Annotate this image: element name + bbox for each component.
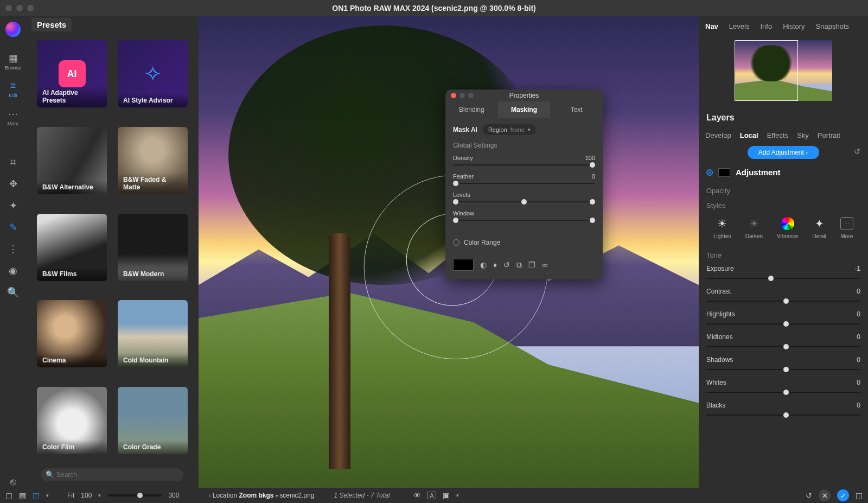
preset-bw-films[interactable]: B&W Films xyxy=(37,214,107,281)
tab-blending[interactable]: Blending xyxy=(445,101,498,118)
close-icon[interactable] xyxy=(451,93,456,98)
link-icon[interactable]: ∞ xyxy=(542,260,547,269)
chevron-down-icon[interactable]: ▾ xyxy=(46,493,49,498)
camera-icon[interactable]: ▣ xyxy=(443,491,450,500)
crop-tool[interactable]: ⌗ xyxy=(3,157,23,168)
levels-slider[interactable] xyxy=(453,198,595,206)
edit-mode-button[interactable]: ≡ Edit xyxy=(3,80,23,98)
panel-window-controls[interactable] xyxy=(451,93,474,98)
undo-icon[interactable]: ↺ xyxy=(503,260,510,269)
preset-ai-style[interactable]: ✧ AI Style Advisor xyxy=(118,40,188,107)
zoom-tool[interactable]: 🔍 xyxy=(3,286,23,298)
highlights-slider[interactable]: Highlights0 xyxy=(699,307,868,330)
brush-tool[interactable]: ✎ xyxy=(3,221,23,233)
preset-cinema[interactable]: Cinema xyxy=(37,300,107,367)
browse-mode-button[interactable]: ▦ Browse xyxy=(3,52,23,71)
adjustment-mask-swatch[interactable] xyxy=(718,168,730,177)
share-tool[interactable]: ⎋ xyxy=(3,476,23,488)
undo-footer-icon[interactable]: ↺ xyxy=(806,491,812,500)
minimize-icon[interactable] xyxy=(16,5,23,11)
magic-tool[interactable]: ✦ xyxy=(3,200,23,212)
preset-search-input[interactable] xyxy=(41,468,183,481)
navigator-thumbnail[interactable] xyxy=(735,40,832,101)
canvas-viewport[interactable]: + Properties Blending Masking Text Mask … xyxy=(199,16,699,488)
preset-color-grade[interactable]: Color Grade xyxy=(118,387,188,454)
copy-icon[interactable]: ⧉ xyxy=(516,260,522,270)
text-a-icon[interactable]: A xyxy=(427,492,436,499)
style-vibrance[interactable]: Vibrance xyxy=(777,217,798,239)
tab-masking[interactable]: Masking xyxy=(498,101,551,118)
close-icon[interactable] xyxy=(5,5,12,11)
color-range-toggle[interactable]: Color Range xyxy=(453,233,595,252)
fit-button[interactable]: Fit xyxy=(67,492,74,499)
preset-grid[interactable]: AI AI Adaptive Presets ✧ AI Style Adviso… xyxy=(26,33,199,463)
tab-effects[interactable]: Effects xyxy=(767,131,789,139)
tab-portrait[interactable]: Portrait xyxy=(818,131,840,139)
tab-text[interactable]: Text xyxy=(550,101,603,118)
move-tool[interactable]: ✥ xyxy=(3,178,23,190)
grid-view-icon[interactable]: ▦ xyxy=(19,491,26,500)
mask-ai-label: Mask AI xyxy=(453,126,477,133)
opacity-section[interactable]: Opacity xyxy=(699,182,868,197)
preset-bw-modern[interactable]: B&W Modern xyxy=(118,214,188,281)
zoom-slider[interactable] xyxy=(107,494,162,496)
path-tool[interactable]: ⋮ xyxy=(3,243,23,255)
chevron-down-icon[interactable]: ▾ xyxy=(98,493,101,498)
shadows-slider[interactable]: Shadows0 xyxy=(699,353,868,375)
fingerprint-tool[interactable]: ◉ xyxy=(3,265,23,277)
zoom-percent[interactable]: 100 xyxy=(81,492,92,499)
style-detail[interactable]: ✦ Detail xyxy=(812,217,826,239)
preset-color-film[interactable]: Color Film xyxy=(37,387,107,454)
eye-icon[interactable]: 👁 xyxy=(413,491,421,500)
style-more[interactable]: ⋯ More xyxy=(840,217,853,239)
reset-icon[interactable]: ↺ xyxy=(854,147,860,156)
preset-ai-adaptive[interactable]: AI AI Adaptive Presets xyxy=(37,40,107,107)
maximize-icon[interactable] xyxy=(27,5,34,11)
blacks-slider[interactable]: Blacks0 xyxy=(699,398,868,421)
window-controls[interactable] xyxy=(5,5,34,11)
tab-develop[interactable]: Develop xyxy=(705,131,731,139)
contrast-icon[interactable]: ◐ xyxy=(480,260,487,269)
minimize-icon[interactable] xyxy=(459,93,465,98)
compare-view-icon[interactable]: ◫ xyxy=(33,491,40,500)
contrast-slider[interactable]: Contrast0 xyxy=(699,284,868,307)
maximize-icon[interactable] xyxy=(468,93,474,98)
density-slider[interactable] xyxy=(453,161,595,169)
feather-slider[interactable] xyxy=(453,180,595,187)
style-darken[interactable]: ☀ Darken xyxy=(745,217,763,239)
single-view-icon[interactable]: ▢ xyxy=(5,491,12,500)
layers-heading: Layers xyxy=(699,110,868,126)
midtones-slider[interactable]: Midtones0 xyxy=(699,330,868,353)
panel-toggle-icon[interactable]: ◫ xyxy=(856,491,863,500)
feather-label: Feather xyxy=(453,173,474,180)
exposure-slider[interactable]: Exposure-1 xyxy=(699,262,868,284)
tab-levels[interactable]: Levels xyxy=(729,22,750,30)
add-adjustment-button[interactable]: Add Adjustment ▾ xyxy=(748,146,819,159)
cancel-button[interactable]: ✕ xyxy=(819,489,831,501)
properties-panel[interactable]: Properties Blending Masking Text Mask AI… xyxy=(445,90,603,279)
adjustment-active-radio[interactable] xyxy=(706,169,713,176)
paste-icon[interactable]: ❐ xyxy=(528,260,535,269)
navigator-viewport-rect[interactable] xyxy=(735,40,798,101)
apply-button[interactable]: ✓ xyxy=(837,489,849,501)
region-dropdown[interactable]: Region None ▾ xyxy=(483,124,536,135)
style-lighten[interactable]: ☀ Lighten xyxy=(713,217,731,239)
presets-tab-label[interactable]: Presets xyxy=(31,18,72,31)
chevron-down-icon[interactable]: ▾ xyxy=(456,493,459,498)
preset-bw-alt[interactable]: B&W Alternative xyxy=(37,127,107,194)
window-title: ON1 Photo RAW MAX 2024 (scenic2.png @ 30… xyxy=(332,4,535,12)
breadcrumb[interactable]: ‹ Location Zoom bkgs ▾ scenic2.png xyxy=(208,492,314,499)
window-slider[interactable] xyxy=(453,217,595,224)
tab-local[interactable]: Local xyxy=(740,131,758,139)
tab-sky[interactable]: Sky xyxy=(797,131,809,139)
tab-info[interactable]: Info xyxy=(760,22,772,30)
more-mode-button[interactable]: ⋯ More xyxy=(3,108,23,126)
tab-nav[interactable]: Nav xyxy=(705,22,718,30)
preset-cold-mountain[interactable]: Cold Mountain xyxy=(118,300,188,367)
tab-history[interactable]: History xyxy=(783,22,805,30)
tab-snapshots[interactable]: Snapshots xyxy=(816,22,849,30)
mask-preview-swatch[interactable] xyxy=(453,259,474,271)
bulb-icon[interactable]: ♦ xyxy=(493,260,497,269)
whites-slider[interactable]: Whites0 xyxy=(699,375,868,398)
preset-bw-faded[interactable]: B&W Faded & Matte xyxy=(118,127,188,194)
